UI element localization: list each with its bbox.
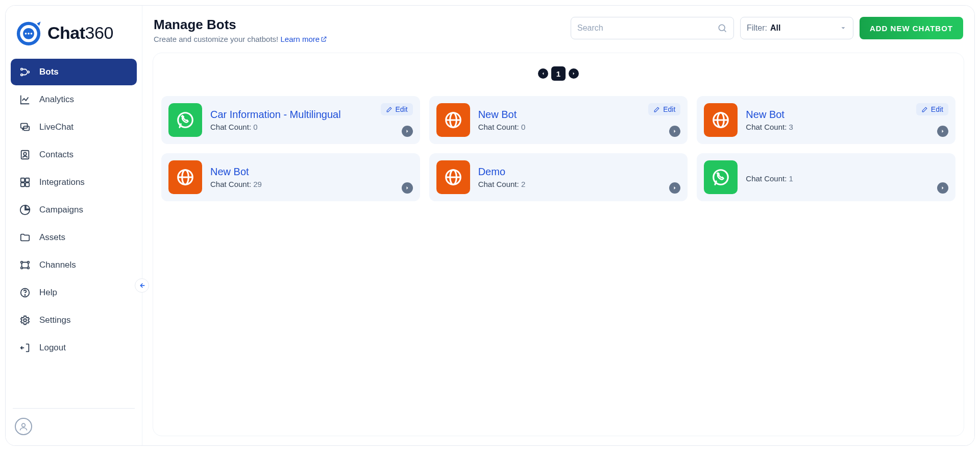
sidebar-item-livechat[interactable]: LiveChat bbox=[11, 114, 137, 140]
sidebar-divider bbox=[13, 408, 135, 409]
sidebar-item-label: LiveChat bbox=[39, 122, 74, 132]
edit-bot-button[interactable]: Edit bbox=[916, 103, 948, 115]
bot-title-link[interactable]: New Bot bbox=[478, 109, 641, 121]
edit-bot-button[interactable]: Edit bbox=[648, 103, 680, 115]
svg-point-2 bbox=[25, 33, 27, 35]
filter-select[interactable]: Filter: All bbox=[740, 17, 853, 39]
pager-current[interactable]: 1 bbox=[551, 66, 566, 81]
page-subtitle-text: Create and customize your chatbots! bbox=[154, 35, 280, 43]
sidebar-item-settings[interactable]: Settings bbox=[11, 307, 137, 334]
globe-icon bbox=[436, 103, 470, 137]
bot-title-link[interactable]: Car Information - Multilingual bbox=[210, 109, 373, 121]
filter-label: Filter: bbox=[747, 23, 767, 33]
open-bot-button[interactable] bbox=[669, 182, 680, 194]
svg-point-3 bbox=[28, 33, 30, 35]
bot-chat-count: Chat Count: 2 bbox=[478, 180, 662, 188]
bot-actions bbox=[402, 161, 413, 194]
bot-title-link[interactable]: New Bot bbox=[746, 109, 908, 121]
sidebar-item-contacts[interactable]: Contacts bbox=[11, 141, 137, 168]
open-bot-button[interactable] bbox=[937, 182, 948, 194]
settings-icon bbox=[19, 314, 31, 326]
profile-avatar[interactable] bbox=[15, 418, 32, 435]
sidebar-item-label: Analytics bbox=[39, 94, 74, 105]
bot-actions: Edit bbox=[916, 103, 948, 137]
globe-icon bbox=[168, 160, 202, 194]
bot-body: Chat Count: 1 bbox=[746, 172, 929, 183]
assets-icon bbox=[19, 231, 31, 244]
sidebar-item-channels[interactable]: Channels bbox=[11, 252, 137, 278]
bot-body: DemoChat Count: 2 bbox=[478, 166, 662, 188]
pager-prev-button[interactable] bbox=[538, 68, 548, 79]
pager-next-button[interactable] bbox=[569, 68, 579, 79]
search-icon bbox=[717, 23, 727, 33]
integrations-icon bbox=[19, 176, 31, 188]
svg-rect-13 bbox=[26, 178, 29, 182]
sidebar-item-label: Logout bbox=[39, 343, 66, 353]
logout-icon bbox=[19, 342, 31, 354]
search-input-wrap[interactable] bbox=[571, 17, 734, 39]
sidebar-nav: Bots Analytics LiveChat bbox=[11, 59, 137, 361]
sidebar: Chat360 Bots Analytics bbox=[6, 6, 142, 445]
whatsapp-icon bbox=[168, 103, 202, 137]
open-bot-button[interactable] bbox=[937, 126, 948, 137]
analytics-icon bbox=[19, 93, 31, 106]
page-header: Manage Bots Create and customize your ch… bbox=[153, 15, 964, 53]
globe-icon bbox=[436, 160, 470, 194]
svg-point-6 bbox=[21, 74, 23, 76]
bot-body: New BotChat Count: 29 bbox=[210, 166, 394, 188]
globe-icon bbox=[704, 103, 738, 137]
pagination: 1 bbox=[158, 66, 959, 81]
open-bot-button[interactable] bbox=[669, 126, 680, 137]
bot-title-link[interactable]: Demo bbox=[478, 166, 662, 178]
external-link-icon bbox=[321, 36, 327, 42]
main-content: Manage Bots Create and customize your ch… bbox=[142, 6, 974, 445]
contacts-icon bbox=[19, 149, 31, 161]
bot-body: New BotChat Count: 0 bbox=[478, 109, 641, 131]
svg-point-17 bbox=[28, 262, 30, 264]
open-bot-button[interactable] bbox=[402, 182, 413, 194]
livechat-icon bbox=[19, 121, 31, 133]
sidebar-item-label: Integrations bbox=[39, 177, 85, 187]
bot-chat-count: Chat Count: 29 bbox=[210, 180, 394, 188]
bot-card: New BotChat Count: 3Edit bbox=[697, 96, 955, 144]
bot-card: New BotChat Count: 0Edit bbox=[429, 96, 688, 144]
svg-point-5 bbox=[21, 68, 23, 70]
sidebar-item-analytics[interactable]: Analytics bbox=[11, 86, 137, 113]
brand-name: Chat bbox=[47, 23, 85, 42]
whatsapp-icon bbox=[704, 160, 738, 194]
chevron-down-icon bbox=[840, 25, 847, 32]
bot-card: DemoChat Count: 2 bbox=[429, 153, 688, 201]
sidebar-item-help[interactable]: Help bbox=[11, 279, 137, 306]
bots-icon bbox=[19, 66, 31, 78]
bot-actions bbox=[669, 161, 680, 194]
sidebar-item-integrations[interactable]: Integrations bbox=[11, 169, 137, 196]
bot-actions bbox=[937, 161, 948, 194]
brand-logo-text: Chat360 bbox=[47, 23, 113, 43]
bot-chat-count: Chat Count: 1 bbox=[746, 174, 929, 183]
svg-point-24 bbox=[719, 25, 725, 31]
edit-bot-button[interactable]: Edit bbox=[381, 103, 413, 115]
sidebar-item-assets[interactable]: Assets bbox=[11, 224, 137, 251]
brand-logo: Chat360 bbox=[11, 15, 137, 59]
sidebar-item-logout[interactable]: Logout bbox=[11, 335, 137, 361]
bot-chat-count: Chat Count: 3 bbox=[746, 123, 908, 131]
bot-chat-count: Chat Count: 0 bbox=[210, 123, 373, 131]
sidebar-item-campaigns[interactable]: Campaigns bbox=[11, 197, 137, 223]
bot-body: Car Information - MultilingualChat Count… bbox=[210, 109, 373, 131]
learn-more-link[interactable]: Learn more bbox=[280, 35, 327, 43]
add-new-chatbot-button[interactable]: ADD NEW CHATBOT bbox=[860, 17, 963, 39]
bot-card: Chat Count: 1 bbox=[697, 153, 955, 201]
search-input[interactable] bbox=[577, 23, 717, 33]
bot-title-link[interactable]: New Bot bbox=[210, 166, 394, 178]
brand-logo-mark bbox=[14, 18, 43, 48]
channels-icon bbox=[19, 259, 31, 271]
open-bot-button[interactable] bbox=[402, 126, 413, 137]
filter-value: All bbox=[770, 23, 840, 33]
sidebar-collapse-button[interactable] bbox=[135, 278, 149, 293]
sidebar-item-bots[interactable]: Bots bbox=[11, 59, 137, 85]
svg-point-7 bbox=[28, 71, 30, 73]
sidebar-item-label: Channels bbox=[39, 260, 76, 270]
campaigns-icon bbox=[19, 204, 31, 216]
sidebar-item-label: Assets bbox=[39, 232, 65, 243]
bot-actions: Edit bbox=[381, 103, 413, 137]
